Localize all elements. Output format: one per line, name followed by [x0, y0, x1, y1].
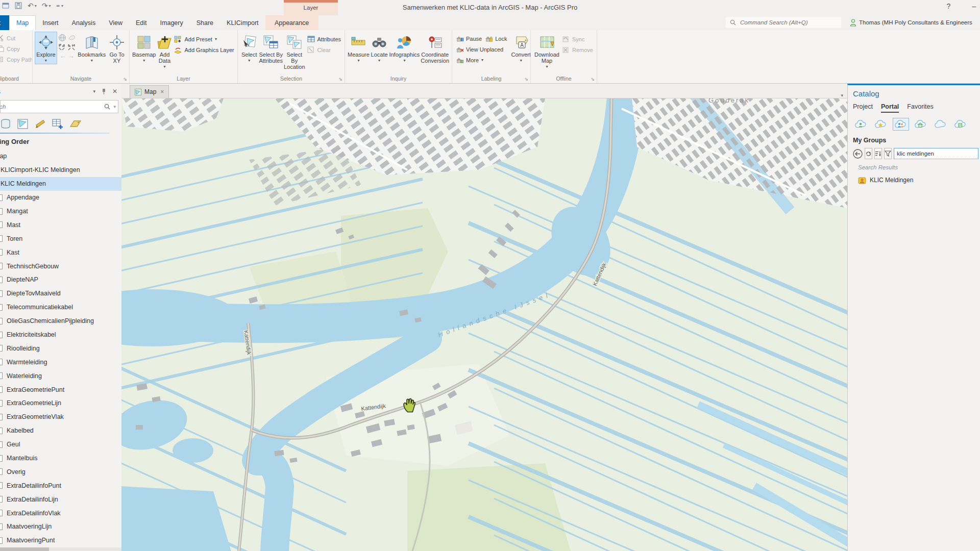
layer-item[interactable]: Waterleiding: [0, 369, 121, 383]
layer-item[interactable]: Kabelbed: [0, 424, 121, 438]
add-data-button[interactable]: Add Data ▾: [156, 32, 173, 70]
layer-item[interactable]: Telecommunicatiekabel: [0, 300, 121, 314]
sync-button[interactable]: Sync: [561, 34, 595, 44]
map-canvas[interactable]: Gouderak Hollandsche IJssel Kattendijk K…: [121, 98, 847, 551]
layer-visibility-checkbox[interactable]: [0, 386, 3, 393]
favorites-cloud-icon[interactable]: [873, 118, 889, 131]
layer-visibility-checkbox[interactable]: [0, 290, 3, 297]
living-atlas-cloud-icon[interactable]: [952, 118, 969, 131]
ribbon-tab[interactable]: Share: [190, 15, 220, 30]
basemap-button[interactable]: Basemap ▾: [132, 32, 156, 64]
layer-item[interactable]: ExtraGeometrieVlak: [0, 410, 121, 424]
command-search[interactable]: [726, 17, 841, 28]
groups-cloud-icon[interactable]: [893, 118, 909, 131]
previous-extent-globe-icon[interactable]: [68, 34, 76, 42]
pane-menu-caret-icon[interactable]: ▾: [93, 89, 95, 94]
layer-item[interactable]: OlieGasChemicalienPijpleiding: [0, 314, 121, 328]
catalog-tab[interactable]: Project: [853, 103, 873, 113]
ribbon-tab[interactable]: Insert: [36, 15, 65, 30]
layer-item[interactable]: Mast: [0, 218, 121, 232]
layer-item[interactable]: ExtraDetailinfoPunt: [0, 479, 121, 492]
refresh-button[interactable]: [865, 148, 872, 159]
cut-button[interactable]: Cut: [0, 33, 33, 43]
sort-button[interactable]: [874, 148, 882, 159]
new-table-icon[interactable]: [52, 118, 63, 130]
account-area[interactable]: Thomas (MH Poly Consultants & Engineers: [850, 17, 980, 28]
tab-project[interactable]: Project: [0, 15, 9, 30]
pin-icon[interactable]: [102, 88, 106, 94]
layer-item[interactable]: ExtraDetailinfoVlak: [0, 506, 121, 520]
layer-visibility-checkbox[interactable]: [0, 235, 3, 242]
select-by-attributes-button[interactable]: Select By Attributes: [258, 32, 283, 64]
ribbon-tab[interactable]: Map: [9, 15, 36, 30]
infographics-button[interactable]: Infographics ▾: [388, 32, 420, 64]
layer-item[interactable]: DiepteTovMaaiveld: [0, 287, 121, 300]
layer-visibility-checkbox[interactable]: [0, 372, 3, 379]
layer-item[interactable]: ExtraGeometriePunt: [0, 383, 121, 396]
ribbon-tab[interactable]: Imagery: [154, 15, 190, 30]
label-tag-icon[interactable]: [69, 119, 82, 129]
layer-visibility-checkbox[interactable]: [0, 400, 3, 407]
layer-item[interactable]: Geul: [0, 438, 121, 452]
download-map-button[interactable]: Download Map ▾: [533, 32, 561, 70]
layer-visibility-checkbox[interactable]: [0, 523, 3, 530]
fixed-zoom-icons[interactable]: [58, 43, 76, 51]
layer-visibility-checkbox[interactable]: [0, 537, 3, 544]
layer-visibility-checkbox[interactable]: [0, 249, 3, 256]
edit-pencil-icon[interactable]: [35, 118, 46, 130]
minimize-button[interactable]: –: [972, 2, 976, 10]
layer-visibility-checkbox[interactable]: [0, 414, 3, 420]
copy-button[interactable]: Copy: [0, 43, 33, 54]
measure-button[interactable]: Measure ▾: [347, 32, 370, 64]
select-button[interactable]: Select ▾: [240, 32, 258, 64]
layer-item[interactable]: MaatvoeringPunt: [0, 534, 121, 547]
layer-item[interactable]: KLIC Meldingen: [0, 177, 121, 191]
catalog-tab[interactable]: Portal: [881, 103, 899, 113]
ribbon-tab[interactable]: Appearance: [265, 15, 318, 30]
locate-button[interactable]: Locate ▾: [370, 32, 389, 64]
convert-labels-button[interactable]: A Convert ▾: [510, 32, 531, 64]
organization-cloud-icon[interactable]: [913, 118, 929, 131]
contents-search-input[interactable]: [0, 103, 90, 110]
layer-visibility-checkbox[interactable]: [0, 496, 3, 503]
view-list-caret-icon[interactable]: ▾: [841, 93, 843, 98]
layer-item[interactable]: Map: [0, 149, 121, 163]
layer-visibility-checkbox[interactable]: [0, 510, 3, 516]
bookmarks-button[interactable]: Bookmarks ▾: [77, 32, 107, 64]
labeling-more-button[interactable]: More▾: [454, 55, 508, 65]
selection-dialog-launcher[interactable]: ⇘: [338, 77, 342, 82]
layer-visibility-checkbox[interactable]: [0, 208, 3, 215]
ribbon-tab[interactable]: Edit: [129, 15, 154, 30]
layer-item[interactable]: Toren: [0, 232, 121, 245]
search-result-item[interactable]: KLIC Meldingen: [858, 174, 975, 186]
layer-visibility-checkbox[interactable]: [0, 345, 3, 352]
layer-item[interactable]: Warmteleiding: [0, 355, 121, 369]
layer-item[interactable]: ExtraDetailinfoLijn: [0, 492, 121, 506]
layer-visibility-checkbox[interactable]: [0, 441, 3, 448]
command-search-input[interactable]: [739, 19, 828, 26]
layer-visibility-checkbox[interactable]: [0, 221, 3, 228]
ribbon-tab[interactable]: Analysis: [65, 15, 103, 30]
view-unplaced-button[interactable]: View Unplaced: [454, 44, 508, 55]
layer-item[interactable]: DiepteNAP: [0, 273, 121, 287]
labeling-lock-button[interactable]: Lock: [483, 33, 508, 44]
layer-item[interactable]: Elektriciteitskabel: [0, 328, 121, 342]
layer-visibility-checkbox[interactable]: [0, 455, 3, 462]
my-content-cloud-icon[interactable]: [853, 118, 869, 131]
close-pane-icon[interactable]: ✕: [112, 88, 117, 95]
explore-button[interactable]: Explore ▾: [35, 32, 57, 64]
new-map-icon[interactable]: [17, 118, 29, 130]
layer-visibility-checkbox[interactable]: [0, 482, 3, 489]
database-icon[interactable]: [0, 118, 11, 130]
add-preset-button[interactable]: Add Preset▾: [173, 34, 235, 44]
layer-item[interactable]: Appendage: [0, 191, 121, 205]
previous-extent-icon[interactable]: ←: [60, 52, 66, 60]
layer-item[interactable]: Mangat: [0, 205, 121, 218]
copy-path-button[interactable]: Copy Path: [0, 54, 33, 65]
labeling-pause-button[interactable]: Pause: [454, 33, 483, 44]
attributes-button[interactable]: Attributes: [306, 34, 342, 44]
ribbon-tab[interactable]: KLICimport: [220, 15, 265, 30]
coordinate-conversion-button[interactable]: Coordinate Conversion: [420, 32, 450, 64]
layer-item[interactable]: MaatvoeringLijn: [0, 520, 121, 534]
offline-dialog-launcher[interactable]: ⇘: [591, 77, 595, 82]
